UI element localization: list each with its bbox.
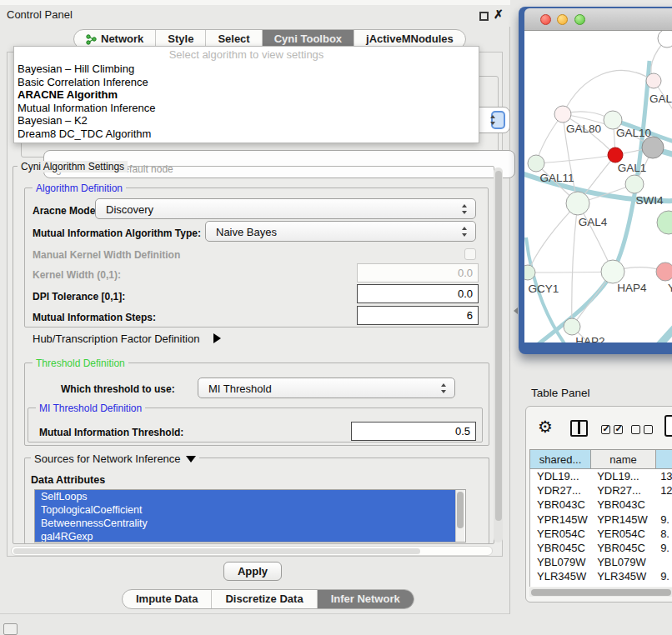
close-icon[interactable]: ✗ bbox=[494, 8, 504, 21]
expand-arrow-icon[interactable] bbox=[213, 333, 221, 343]
kernel-width-label: Kernel Width (0,1): bbox=[33, 269, 121, 281]
algorithm-option[interactable]: Mutual Information Inference bbox=[14, 102, 479, 115]
table-row[interactable]: YER054CYER054C8. bbox=[530, 527, 672, 541]
which-threshold-label: Which threshold to use: bbox=[61, 383, 175, 395]
network-node-gal[interactable] bbox=[646, 73, 661, 88]
table-row[interactable]: YBR045CYBR045C9. bbox=[530, 541, 672, 555]
algorithm-option[interactable]: Bayesian – K2 bbox=[14, 114, 479, 128]
spinner-icon bbox=[462, 227, 468, 237]
scrollbar-thumb[interactable] bbox=[531, 589, 671, 596]
column-header[interactable]: A bbox=[656, 449, 672, 469]
table-row[interactable]: YBR043CYBR043C bbox=[530, 498, 672, 512]
settings-vertical-scrollbar[interactable] bbox=[494, 168, 503, 542]
collapse-arrow-icon[interactable] bbox=[186, 456, 196, 462]
scrollbar-thumb[interactable] bbox=[457, 492, 464, 528]
mac-minimize-button[interactable] bbox=[557, 14, 568, 25]
deselect-all-icon[interactable] bbox=[631, 425, 653, 434]
data-attributes-list[interactable]: SelfLoopsTopologicalCoefficientBetweenne… bbox=[34, 489, 466, 542]
columns-icon[interactable] bbox=[570, 420, 588, 437]
node-label: GAL bbox=[649, 92, 672, 105]
new-table-icon[interactable] bbox=[664, 415, 672, 437]
float-window-icon[interactable] bbox=[479, 12, 489, 21]
dropdown-prompt: Select algorithm to view settings bbox=[14, 47, 479, 62]
network-canvas[interactable]: GALGAL80GAL10GAL1GAL11SWI4GAL4GCY1HAP4YH… bbox=[524, 31, 672, 342]
table-cell: 8. bbox=[654, 527, 672, 541]
which-threshold-combobox[interactable]: MI Threshold bbox=[198, 378, 455, 398]
table-header-row: shared...nameA bbox=[529, 449, 672, 469]
attribute-list-scrollbar[interactable] bbox=[455, 490, 464, 542]
network-node[interactable] bbox=[658, 31, 672, 48]
table-row[interactable]: YPR145WYPR145W9. bbox=[530, 512, 672, 527]
panel-divider-grip[interactable] bbox=[512, 306, 519, 315]
gear-icon[interactable]: ⚙ bbox=[538, 417, 553, 437]
combobox-spinner-focused[interactable] bbox=[491, 111, 505, 129]
network-node-hap4[interactable] bbox=[601, 260, 624, 283]
table-row[interactable]: YBL079WYBL079W bbox=[530, 555, 672, 569]
network-node-gal80[interactable] bbox=[554, 106, 571, 122]
table-cell: YPR145W bbox=[530, 512, 590, 527]
column-header[interactable]: shared... bbox=[529, 449, 591, 469]
manual-kernel-checkbox[interactable] bbox=[464, 248, 476, 260]
network-edge bbox=[528, 203, 578, 272]
algorithm-option[interactable]: ARACNE Algorithm bbox=[14, 88, 479, 102]
network-node[interactable] bbox=[642, 137, 664, 158]
network-graph[interactable]: GALGAL80GAL10GAL1GAL11SWI4GAL4GCY1HAP4YH… bbox=[524, 31, 672, 342]
aracne-mode-combobox[interactable]: Discovery bbox=[95, 198, 476, 219]
spinner-icon bbox=[441, 383, 447, 393]
table-cell: YLR345W bbox=[530, 569, 590, 583]
network-node-y[interactable] bbox=[656, 262, 672, 281]
data-attribute-item[interactable]: SelfLoops bbox=[35, 490, 455, 503]
tab-impute-data[interactable]: Impute Data bbox=[123, 590, 211, 608]
apply-button[interactable]: Apply bbox=[223, 562, 282, 581]
tab-discretize-data[interactable]: Discretize Data bbox=[211, 590, 316, 608]
algorithm-option[interactable]: Dream8 DC_TDC Algorithm bbox=[14, 128, 479, 141]
network-node-hap2[interactable] bbox=[564, 318, 580, 335]
mi-steps-field[interactable] bbox=[357, 306, 479, 325]
column-header[interactable]: name bbox=[591, 449, 656, 469]
data-attribute-item[interactable]: TopologicalCoefficient bbox=[35, 503, 455, 517]
settings-horizontal-scrollbar[interactable] bbox=[11, 546, 493, 556]
scrollbar-thumb[interactable] bbox=[13, 548, 420, 554]
network-node-swi4[interactable] bbox=[625, 175, 644, 193]
table-row[interactable]: YDR27...YDR27...12 bbox=[530, 483, 672, 498]
table-horizontal-scrollbar[interactable] bbox=[529, 588, 672, 597]
network-node[interactable] bbox=[657, 211, 672, 234]
hub-definition-toggle[interactable]: Hub/Transcription Factor Definition bbox=[33, 332, 199, 345]
network-node-gcy1[interactable] bbox=[524, 265, 535, 280]
table-cell: 0. bbox=[654, 584, 672, 588]
mi-type-value: Naive Bayes bbox=[216, 225, 277, 238]
dpi-tolerance-field[interactable] bbox=[357, 284, 479, 303]
table-row[interactable]: YLR345WYLR345W9. bbox=[530, 569, 672, 583]
network-view-window: GALGAL80GAL10GAL1GAL11SWI4GAL4GCY1HAP4YH… bbox=[519, 7, 672, 354]
network-node-gal11[interactable] bbox=[528, 155, 544, 172]
select-all-icon[interactable] bbox=[601, 425, 623, 434]
algorithm-option[interactable]: Bayesian – Hill Climbing bbox=[14, 62, 479, 76]
tab-infer-network[interactable]: Infer Network bbox=[317, 590, 414, 608]
scrollbar-thumb[interactable] bbox=[495, 171, 502, 521]
data-attribute-item[interactable]: BetweennessCentrality bbox=[35, 517, 455, 530]
node-label: SWI4 bbox=[635, 194, 663, 207]
data-attribute-item[interactable]: gal4RGexp bbox=[35, 530, 455, 542]
algorithm-definition-title: Algorithm Definition bbox=[33, 182, 126, 194]
table-row[interactable]: YIL052CYIL052C0. bbox=[530, 584, 672, 588]
table-cell: 12 bbox=[654, 483, 672, 498]
table-cell: YBL079W bbox=[590, 555, 654, 569]
control-panel-title: Control Panel bbox=[7, 8, 73, 21]
network-window-titlebar[interactable] bbox=[524, 8, 672, 31]
network-node-gal1[interactable] bbox=[608, 148, 623, 162]
mac-zoom-button[interactable] bbox=[574, 14, 585, 25]
network-node-gal4[interactable] bbox=[566, 192, 589, 215]
mi-type-combobox[interactable]: Naive Bayes bbox=[205, 221, 476, 242]
kernel-width-field[interactable] bbox=[357, 263, 479, 282]
mac-close-button[interactable] bbox=[540, 14, 551, 25]
aracne-mode-value: Discovery bbox=[106, 202, 153, 215]
network-edge bbox=[572, 203, 578, 327]
algorithm-option[interactable]: Basic Correlation Inference bbox=[14, 76, 479, 89]
table-toolbar: ⚙ bbox=[526, 407, 672, 447]
hide-panel-button[interactable] bbox=[3, 623, 18, 635]
mi-threshold-title: MI Threshold Definition bbox=[36, 402, 145, 414]
network-edge bbox=[536, 155, 615, 163]
mi-threshold-field[interactable] bbox=[351, 422, 476, 441]
sources-toggle[interactable]: Sources for Network Inference bbox=[31, 452, 199, 465]
table-row[interactable]: YDL19...YDL19...13 bbox=[530, 469, 672, 483]
